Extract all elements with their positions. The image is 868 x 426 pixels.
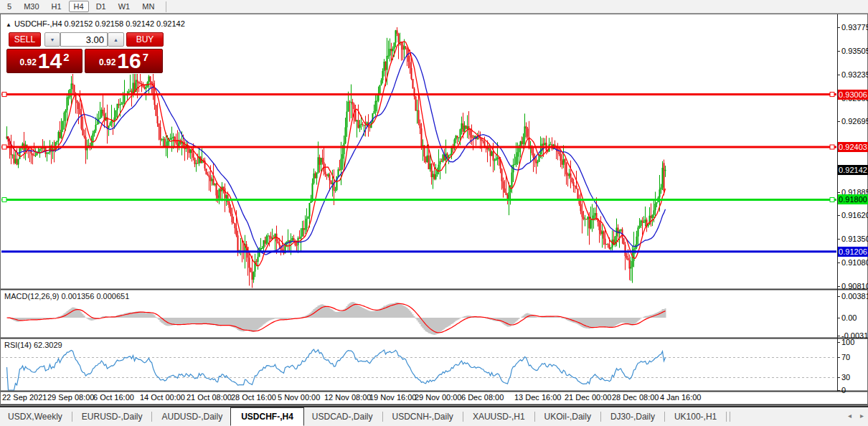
collapse-arrow-icon[interactable]: ▲	[6, 22, 11, 28]
volume-input[interactable]	[60, 32, 108, 47]
time-axis-label: 12 Nov 08:00	[324, 393, 371, 402]
rsi-line	[7, 349, 666, 390]
chart-tab-ukoil-daily[interactable]: UKOil-,Daily	[537, 409, 599, 425]
hline-handle[interactable]	[2, 145, 6, 149]
price-badge-0.92142: 0.92142	[838, 165, 868, 175]
axis-tick-mark	[837, 239, 840, 240]
axis-tick-mark	[837, 121, 840, 122]
axis-tick-mark	[837, 318, 840, 318]
tab-scroll-arrows: ◂ ▸	[848, 412, 864, 420]
axis-tick-mark	[837, 336, 840, 336]
spin-down-icon: ▼	[50, 37, 55, 42]
timeframe-button-mn[interactable]: MN	[137, 1, 159, 12]
chart-tab-dj30-daily[interactable]: DJ30-,Daily	[603, 409, 663, 425]
rsi-tick-label: 100	[841, 338, 854, 347]
hline-handle[interactable]	[2, 198, 6, 202]
axis-tick-mark	[837, 357, 840, 358]
spin-up-icon: ▲	[113, 37, 118, 42]
axis-tick-mark	[837, 51, 840, 52]
timeframe-button-h1[interactable]: H1	[47, 1, 67, 12]
chart-tab-usdchf-h4[interactable]: USDCHF-,H4	[230, 407, 304, 426]
timeframe-button-h4[interactable]: H4	[69, 1, 89, 12]
hline-0.91206[interactable]	[1, 250, 836, 252]
tab-separator	[600, 412, 601, 422]
ma-slow-line	[7, 53, 666, 255]
sell-price-sup: 2	[63, 51, 69, 63]
time-axis-label: 6 Dec 08:00	[461, 393, 504, 402]
chart-tab-usdcnh-daily[interactable]: USDCNH-,Daily	[385, 409, 461, 425]
hline-0.91800[interactable]	[1, 199, 836, 201]
tab-separator	[151, 412, 152, 422]
price-badge-0.92403: 0.92403	[838, 142, 868, 152]
price-tick-label: 0.92695	[841, 117, 868, 126]
time-axis-label: 28 Dec 08:00	[612, 393, 659, 402]
tab-separator	[463, 412, 463, 422]
sell-button[interactable]: SELL	[9, 32, 41, 47]
chart-tab-xauusd-h1[interactable]: XAUUSD-,H1	[465, 409, 533, 425]
buy-button[interactable]: BUY	[126, 32, 164, 47]
chart-tab-usdx-weekly[interactable]: USDX,Weekly	[0, 409, 70, 425]
hline-0.93006[interactable]	[1, 93, 836, 95]
chart-title-symbol: USDCHF-,H4	[14, 19, 62, 28]
axis-tick-mark	[837, 215, 840, 216]
buy-price-big: 16	[117, 52, 141, 70]
axis-tick-mark	[837, 342, 840, 343]
tab-separator	[382, 412, 383, 422]
tab-separator	[534, 412, 535, 422]
time-axis-label: 13 Dec 16:00	[514, 393, 561, 402]
buy-price-button[interactable]: 0.92167	[85, 49, 163, 73]
price-tick-label: 0.91080	[841, 258, 868, 268]
sell-price-big: 14	[38, 52, 62, 70]
time-axis-label: 6 Oct 16:00	[93, 393, 134, 402]
tab-scroll-right-icon[interactable]: ▸	[860, 412, 864, 420]
tab-separator	[72, 412, 72, 422]
rsi-tick-label: 0	[841, 386, 846, 395]
price-badge-0.93006: 0.93006	[838, 90, 868, 100]
hline-handle[interactable]	[830, 93, 834, 97]
axis-tick-mark	[837, 192, 840, 193]
chart-tab-audusd-daily[interactable]: AUDUSD-,Daily	[154, 409, 230, 425]
time-axis-label: 29 Sep 08:00	[47, 393, 94, 402]
time-axis-label: 4 Jan 16:00	[660, 393, 702, 402]
price-tick-label: 0.90810	[841, 282, 868, 291]
timeframe-button-m30[interactable]: M30	[19, 1, 44, 12]
axis-tick-mark	[837, 296, 840, 297]
hline-handle[interactable]	[830, 145, 834, 149]
one-click-trading-panel: SELL ▼ ▲ BUY 0.92142 0.92167	[6, 30, 164, 74]
axis-tick-mark	[837, 390, 840, 391]
hline-0.92403[interactable]	[1, 146, 836, 148]
timeframe-button-5[interactable]: 5	[2, 1, 16, 12]
time-axis-label: 21 Oct 08:00	[187, 393, 232, 402]
axis-tick-mark	[837, 262, 840, 263]
macd-tick-label: 0.003811	[841, 292, 868, 301]
axis-tick-mark	[837, 75, 840, 75]
timeframe-button-w1[interactable]: W1	[113, 1, 136, 12]
rsi-tick-label: 70	[841, 353, 850, 362]
rsi-indicator-label: RSI(14) 62.3029	[4, 341, 62, 349]
time-axis-label: 21 Dec 00:00	[565, 393, 611, 402]
hline-handle[interactable]	[830, 198, 834, 202]
chart-tab-usdcad-daily[interactable]: USDCAD-,Daily	[304, 409, 381, 425]
chart-window: ▲USDCHF-,H4 0.92152 0.92158 0.92142 0.92…	[0, 14, 868, 406]
time-axis-label: 29 Nov 00:00	[415, 393, 461, 402]
hline-handle[interactable]	[2, 93, 6, 97]
sell-price-button[interactable]: 0.92142	[6, 49, 82, 73]
volume-decrease-button[interactable]: ▼	[44, 32, 60, 47]
time-axis-label: 22 Sep 2021	[2, 393, 47, 402]
axis-tick-mark	[837, 27, 840, 28]
volume-increase-button[interactable]: ▲	[108, 32, 124, 47]
axis-tick-mark	[837, 377, 840, 378]
price-badge-0.91800: 0.91800	[838, 194, 868, 204]
chart-title: ▲USDCHF-,H4 0.92152 0.92158 0.92142 0.92…	[6, 19, 185, 28]
tab-separator	[664, 412, 665, 422]
buy-price-prefix: 0.92	[99, 57, 115, 67]
rsi-tick-label: 30	[841, 373, 850, 382]
price-badge-0.91206: 0.91206	[838, 247, 868, 257]
macd-indicator-label: MACD(12,26,9) 0.001356 0.000651	[4, 292, 129, 300]
timeframe-button-d1[interactable]: D1	[91, 1, 111, 12]
time-axis-label: 28 Oct 16:00	[231, 393, 276, 402]
tab-scroll-left-icon[interactable]: ◂	[848, 412, 852, 420]
chart-tab-eurusd-daily[interactable]: EURUSD-,Daily	[74, 409, 151, 425]
time-axis-label: 14 Oct 00:00	[140, 393, 185, 402]
chart-tab-uk100-h1[interactable]: UK100-,H1	[666, 409, 725, 425]
